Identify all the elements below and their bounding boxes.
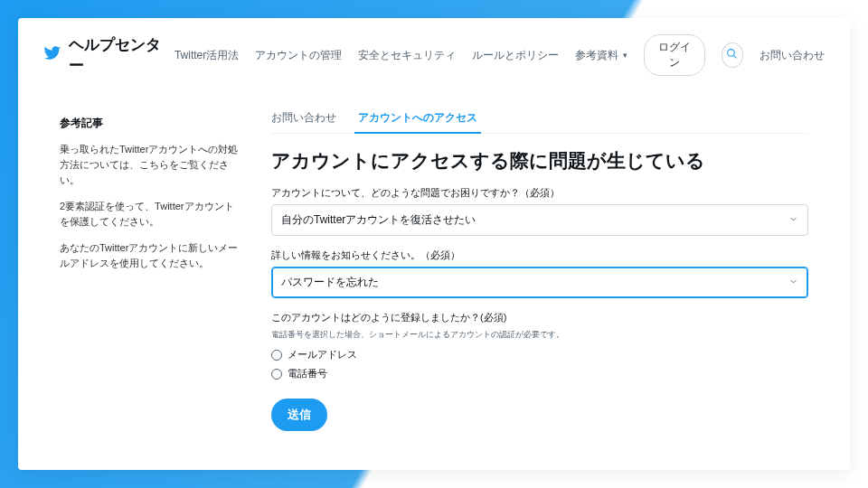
issue-type-select[interactable]: 自分のTwitterアカウントを復活させたい	[271, 204, 808, 236]
nav-manage[interactable]: アカウントの管理	[255, 48, 342, 63]
tabs: お問い合わせ アカウントへのアクセス	[271, 110, 808, 134]
twitter-logo-icon	[43, 44, 61, 66]
radio-email[interactable]: メールアドレス	[271, 348, 808, 361]
select-value: 自分のTwitterアカウントを復活させたい	[281, 212, 476, 228]
issue-detail-select[interactable]: パスワードを忘れた	[271, 267, 808, 298]
radio-phone[interactable]: 電話番号	[271, 367, 808, 380]
nav-rules[interactable]: ルールとポリシー	[472, 48, 559, 63]
nav-resources[interactable]: 参考資料▾	[575, 48, 627, 63]
svg-line-1	[733, 55, 736, 58]
related-article[interactable]: あなたのTwitterアカウントに新しいメールアドレスを使用してください。	[60, 240, 241, 271]
top-nav: Twitter活用法 アカウントの管理 安全とセキュリティ ルールとポリシー 参…	[175, 34, 825, 76]
search-icon	[726, 47, 738, 63]
tab-account-access[interactable]: アカウントへのアクセス	[358, 110, 477, 133]
page-title: アカウントにアクセスする際に問題が生じている	[271, 148, 808, 174]
q3-label: このアカウントはどのように登録しましたか？(必須)	[271, 311, 808, 324]
radio-icon	[271, 369, 282, 380]
sidebar: 参考記事 乗っ取られたTwitterアカウントへの対処方法については、こちらをご…	[60, 89, 241, 459]
chevron-down-icon	[788, 277, 798, 289]
nav-usage[interactable]: Twitter活用法	[175, 48, 239, 63]
radio-icon	[271, 350, 282, 361]
related-article[interactable]: 2要素認証を使って、Twitterアカウントを保護してください。	[60, 199, 241, 230]
related-article[interactable]: 乗っ取られたTwitterアカウントへの対処方法については、こちらをご覧ください…	[60, 142, 241, 188]
q3-hint: 電話番号を選択した場合、ショートメールによるアカウントの認証が必要です。	[271, 329, 808, 341]
submit-button[interactable]: 送信	[271, 399, 327, 431]
chevron-down-icon	[788, 214, 798, 227]
chevron-down-icon: ▾	[623, 51, 627, 60]
tab-contact[interactable]: お問い合わせ	[271, 110, 336, 133]
nav-contact[interactable]: お問い合わせ	[760, 48, 825, 63]
sidebar-heading: 参考記事	[60, 116, 241, 131]
login-button[interactable]: ログイン	[644, 34, 704, 76]
q2-label: 詳しい情報をお知らせください。（必須）	[271, 249, 808, 262]
search-button[interactable]	[722, 42, 743, 68]
svg-point-0	[728, 50, 735, 57]
site-title: ヘルプセンター	[69, 34, 175, 76]
main-content: お問い合わせ アカウントへのアクセス アカウントにアクセスする際に問題が生じてい…	[271, 89, 808, 459]
nav-safety[interactable]: 安全とセキュリティ	[358, 48, 456, 63]
select-value: パスワードを忘れた	[281, 275, 379, 290]
q1-label: アカウントについて、どのような問題でお困りですか？（必須）	[271, 186, 808, 200]
brand[interactable]: ヘルプセンター	[43, 34, 175, 76]
